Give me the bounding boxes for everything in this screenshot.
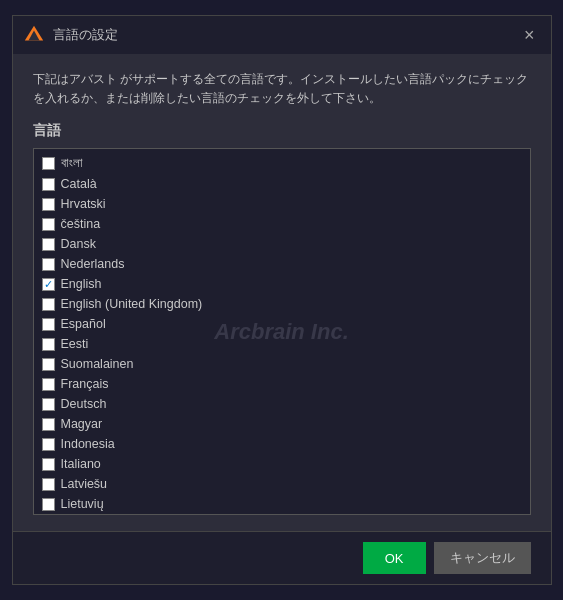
title-bar: 言語の設定 × <box>13 16 551 54</box>
language-checkbox[interactable] <box>42 218 55 231</box>
language-checkbox[interactable] <box>42 438 55 451</box>
language-label: Suomalainen <box>61 357 134 371</box>
close-button[interactable]: × <box>518 24 541 46</box>
list-item[interactable]: Lietuvių <box>34 494 530 514</box>
language-label: English (United Kingdom) <box>61 297 203 311</box>
list-item[interactable]: Magyar <box>34 414 530 434</box>
cancel-button[interactable]: キャンセル <box>434 542 531 574</box>
language-checkbox[interactable] <box>42 358 55 371</box>
list-item[interactable]: Eesti <box>34 334 530 354</box>
language-label: Nederlands <box>61 257 125 271</box>
section-title: 言語 <box>33 122 531 140</box>
language-label: čeština <box>61 217 101 231</box>
language-label: Español <box>61 317 106 331</box>
list-item[interactable]: Català <box>34 174 530 194</box>
language-list-container: Arcbrain Inc. বাংলাCatalàHrvatskičeština… <box>33 148 531 515</box>
description-text: 下記はアバスト がサポートする全ての言語です。インストールしたい言語パックにチェ… <box>33 70 531 108</box>
language-checkbox[interactable] <box>42 178 55 191</box>
language-label: Français <box>61 377 109 391</box>
language-checkbox[interactable] <box>42 238 55 251</box>
list-item[interactable]: Latviešu <box>34 474 530 494</box>
list-item[interactable]: বাংলা <box>34 153 530 174</box>
language-checkbox[interactable] <box>42 338 55 351</box>
language-checkbox[interactable] <box>42 378 55 391</box>
language-settings-dialog: 言語の設定 × 下記はアバスト がサポートする全ての言語です。インストールしたい… <box>12 15 552 585</box>
list-item[interactable]: English <box>34 274 530 294</box>
list-item[interactable]: čeština <box>34 214 530 234</box>
list-item[interactable]: Italiano <box>34 454 530 474</box>
list-item[interactable]: Deutsch <box>34 394 530 414</box>
list-item[interactable]: Dansk <box>34 234 530 254</box>
language-label: Dansk <box>61 237 96 251</box>
language-label: Eesti <box>61 337 89 351</box>
language-checkbox[interactable] <box>42 478 55 491</box>
list-item[interactable]: Indonesia <box>34 434 530 454</box>
language-label: বাংলা <box>61 156 83 171</box>
language-checkbox[interactable] <box>42 498 55 511</box>
language-label: Lietuvių <box>61 497 104 511</box>
language-checkbox[interactable] <box>42 458 55 471</box>
list-item[interactable]: English (United Kingdom) <box>34 294 530 314</box>
language-checkbox[interactable] <box>42 198 55 211</box>
list-item[interactable]: Nederlands <box>34 254 530 274</box>
list-item[interactable]: Español <box>34 314 530 334</box>
language-checkbox[interactable] <box>42 398 55 411</box>
list-item[interactable]: Français <box>34 374 530 394</box>
dialog-footer: OK キャンセル <box>13 531 551 584</box>
dialog-body: 下記はアバスト がサポートする全ての言語です。インストールしたい言語パックにチェ… <box>13 54 551 531</box>
dialog-title: 言語の設定 <box>53 26 510 44</box>
language-label: English <box>61 277 102 291</box>
list-item[interactable]: Hrvatski <box>34 194 530 214</box>
language-label: Indonesia <box>61 437 115 451</box>
language-label: Deutsch <box>61 397 107 411</box>
ok-button[interactable]: OK <box>363 542 426 574</box>
language-list-scroll[interactable]: Arcbrain Inc. বাংলাCatalàHrvatskičeština… <box>34 149 530 514</box>
language-label: Hrvatski <box>61 197 106 211</box>
avast-logo-icon <box>23 24 45 46</box>
language-checkbox[interactable] <box>42 157 55 170</box>
list-item[interactable]: Suomalainen <box>34 354 530 374</box>
language-checkbox[interactable] <box>42 258 55 271</box>
language-label: Italiano <box>61 457 101 471</box>
language-label: Català <box>61 177 97 191</box>
language-checkbox[interactable] <box>42 278 55 291</box>
language-checkbox[interactable] <box>42 298 55 311</box>
language-label: Latviešu <box>61 477 108 491</box>
language-checkbox[interactable] <box>42 418 55 431</box>
language-checkbox[interactable] <box>42 318 55 331</box>
language-label: Magyar <box>61 417 103 431</box>
